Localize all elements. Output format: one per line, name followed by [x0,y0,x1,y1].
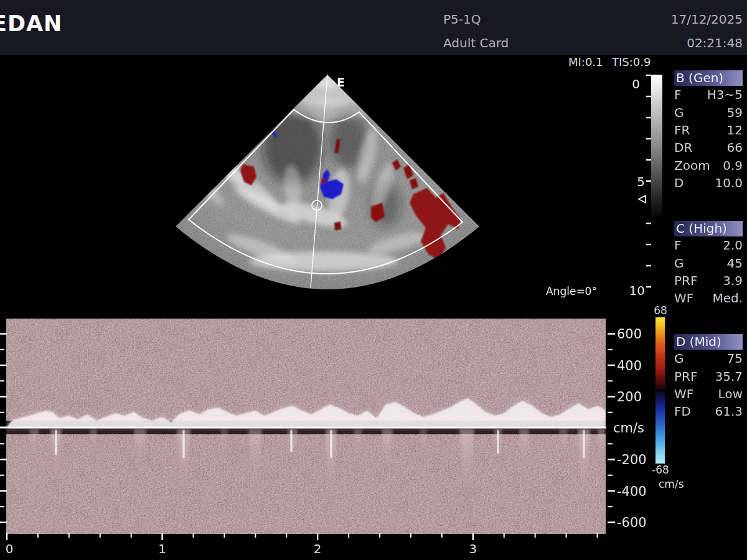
mi-label: MI:0.1 [568,55,603,68]
row-value: H3~5 [707,87,743,102]
row-value: 10.0 [715,175,743,190]
row-value: 66 [727,140,743,155]
row-label: G [674,351,684,366]
row-label: PRF [674,369,697,384]
row-value: Low [718,386,743,401]
colorbar-min-label: -68 [652,464,669,476]
b-mode-sector-image: E [168,65,492,302]
preset-name[interactable]: Adult Card [443,35,509,50]
row-label: WF [674,291,693,306]
row-label: DR [674,140,692,155]
svg-text:-200: -200 [617,452,647,467]
doppler-mode-panel-header[interactable]: D (Mid) [674,334,743,350]
row-label: FR [674,123,690,138]
panel-row: FH3~5 [674,86,743,103]
row-label: G [674,256,684,271]
row-value: 45 [727,256,743,271]
panel-row: PRF3.9 [674,272,743,289]
svg-text:200: 200 [617,390,642,404]
focus-marker-icon[interactable] [639,195,646,203]
row-value: 3.9 [723,273,743,288]
svg-text:2: 2 [314,541,322,556]
color-mode-panel: C (High) F2.0G45PRF3.9WFMed. [674,221,743,307]
panel-row: G59 [674,103,743,121]
grayscale-bar [651,75,662,217]
row-label: WF [674,386,693,401]
b-mode-panel: B (Gen) FH3~5G59FR12DR66Zoom0.9D10.0 [674,70,743,192]
row-label: Zoom [674,158,710,173]
depth-ruler: 0510 [629,75,651,298]
imaging-graphics: E 0510 68 -68 cm/s 60 [0,0,747,560]
panel-row: FD61.3 [674,403,743,420]
colorbar-unit-label: cm/s [659,478,684,490]
svg-text:-600: -600 [617,515,647,530]
row-value: 59 [727,105,743,120]
row-value: 12 [727,123,743,138]
svg-text:0: 0 [6,541,14,556]
angle-label: Angle=0° [546,285,597,297]
row-label: PRF [674,273,697,288]
spectral-display: 600400200-200-400-600 cm/s 0123 [0,314,647,556]
svg-text:10: 10 [629,283,645,298]
panel-row: G45 [674,254,743,271]
color-mode-panel-header[interactable]: C (High) [674,221,743,236]
top-bar: EDAN P5-1Q Adult Card 17/12/2025 02:21:4… [0,0,747,55]
panel-row: WFLow [674,385,743,403]
svg-text:400: 400 [617,358,642,373]
doppler-mode-panel: D (Mid) G75PRF35.7WFLowFD61.3 [674,334,743,421]
svg-text:600: 600 [617,327,642,342]
row-value: 2.0 [723,238,743,253]
ultrasound-screen: E 0510 68 -68 cm/s 60 [0,0,747,560]
time-axis: 0123 [6,533,598,556]
panel-row: DR66 [674,139,743,156]
row-label: D [674,175,684,190]
colorbar-gradient [655,317,665,464]
baseline-unit-label: cm/s [613,421,644,436]
panel-row: PRF35.7 [674,367,743,385]
tis-label: TIS:0.9 [612,55,651,68]
row-value: 75 [727,351,743,366]
time-label: 02:21:48 [687,35,743,50]
orientation-marker: E [337,75,345,89]
b-mode-panel-header[interactable]: B (Gen) [674,70,743,86]
row-value: Med. [712,291,743,306]
svg-text:1: 1 [158,541,166,556]
row-value: 0.9 [723,158,743,173]
row-label: F [674,238,682,253]
spectral-baseline[interactable] [0,427,606,429]
edan-logo: EDAN [0,11,62,36]
svg-text:5: 5 [637,174,645,189]
row-label: G [674,105,684,120]
panel-row: F2.0 [674,236,743,254]
row-label: FD [674,404,691,419]
date-label: 17/12/2025 [671,12,743,27]
colorbar-max-label: 68 [654,304,667,317]
row-label: F [674,87,682,102]
row-value: 35.7 [715,369,743,384]
panel-row: WFMed. [674,289,743,307]
probe-name[interactable]: P5-1Q [443,12,481,27]
panel-row: D10.0 [674,174,743,192]
panel-row: Zoom0.9 [674,157,743,174]
panel-row: FR12 [674,121,743,139]
panel-row: G75 [674,350,743,367]
svg-text:-400: -400 [617,484,647,499]
svg-text:3: 3 [469,541,477,556]
row-value: 61.3 [715,404,743,419]
svg-text:0: 0 [632,77,640,91]
